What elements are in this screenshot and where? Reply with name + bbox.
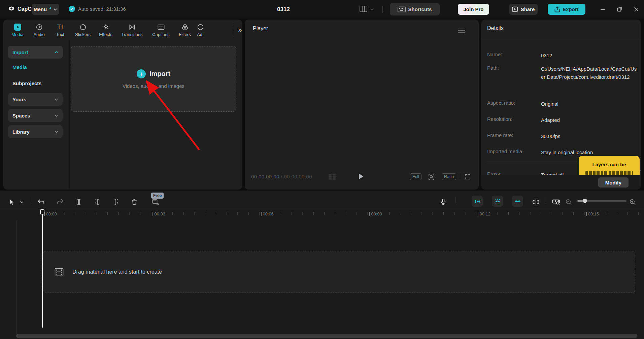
detail-value: Original bbox=[541, 100, 637, 108]
tab-filters[interactable]: Filters bbox=[174, 23, 195, 37]
preview-zoom-icon[interactable] bbox=[428, 173, 435, 181]
join-pro-button[interactable]: Join Pro bbox=[458, 4, 489, 15]
sidebar-item-label: Yours bbox=[12, 97, 26, 102]
timeline-area: 00:00 00:03 00:06 00:09 00:12 00:15 Drag… bbox=[0, 208, 644, 339]
sidebar-item-media[interactable]: Media bbox=[8, 62, 63, 72]
modify-button[interactable]: Modify bbox=[598, 177, 629, 188]
detail-value: C:/Users/NEHA/AppData/Local/CapCut/User … bbox=[541, 65, 637, 81]
tabbar-divider bbox=[233, 24, 233, 36]
player-title: Player bbox=[253, 26, 268, 32]
plus-icon: + bbox=[137, 69, 146, 78]
zoom-out-icon[interactable] bbox=[565, 198, 572, 206]
shortcuts-label: Shortcuts bbox=[408, 6, 432, 12]
preview-axis-toggle[interactable] bbox=[531, 198, 541, 206]
split-button[interactable] bbox=[75, 198, 83, 206]
tab-label: Transitions bbox=[121, 32, 142, 37]
playhead-handle[interactable] bbox=[40, 209, 44, 214]
media-tab-bar: Media Audio TI Text Stickers bbox=[3, 20, 242, 40]
details-title: Details bbox=[487, 25, 504, 31]
detail-value: Adapted bbox=[541, 116, 637, 124]
sidebar-item-import[interactable]: Import bbox=[8, 46, 63, 59]
play-button[interactable] bbox=[358, 173, 364, 180]
full-button[interactable]: Full bbox=[410, 173, 421, 180]
zoom-slider-handle[interactable] bbox=[583, 199, 587, 203]
link-clips-toggle[interactable] bbox=[512, 196, 523, 207]
close-button[interactable] bbox=[629, 0, 644, 19]
timeline-preview-button[interactable] bbox=[551, 198, 561, 206]
ruler-label: 00:12 bbox=[478, 211, 492, 216]
keyboard-icon bbox=[398, 6, 406, 13]
media-browser-panel: Media Audio TI Text Stickers bbox=[3, 20, 242, 190]
player-menu-button[interactable] bbox=[458, 28, 465, 34]
sidebar-item-label: Spaces bbox=[12, 113, 30, 118]
expand-tabs-button[interactable]: » bbox=[236, 24, 244, 35]
chevron-down-icon bbox=[54, 8, 57, 11]
chevron-down-icon bbox=[55, 98, 58, 101]
chevron-down-icon bbox=[55, 114, 58, 117]
record-voiceover-button[interactable] bbox=[439, 198, 447, 206]
select-tool-button[interactable] bbox=[7, 198, 15, 206]
tab-label: Stickers bbox=[75, 32, 91, 37]
shortcuts-button[interactable]: Shortcuts bbox=[390, 3, 440, 15]
minimize-button[interactable] bbox=[595, 0, 610, 19]
split-delete-right-button[interactable] bbox=[112, 198, 120, 206]
main-track-magnet-toggle[interactable] bbox=[492, 196, 503, 207]
undo-button[interactable] bbox=[37, 198, 45, 206]
player-controls-divider bbox=[460, 174, 460, 180]
menu-button[interactable]: Menu bbox=[32, 4, 59, 15]
timeline-zoom-slider[interactable] bbox=[577, 200, 626, 202]
select-tool-chevron[interactable] bbox=[19, 198, 24, 206]
adjustment-icon bbox=[196, 23, 204, 31]
sidebar-item-library[interactable]: Library bbox=[8, 125, 63, 138]
menu-notification-dot bbox=[49, 7, 51, 9]
layout-switcher[interactable] bbox=[360, 6, 374, 12]
sidebar-item-spaces[interactable]: Spaces bbox=[8, 109, 63, 122]
captions-icon bbox=[157, 23, 165, 31]
tab-audio[interactable]: Audio bbox=[28, 23, 50, 37]
timeline-ruler[interactable] bbox=[42, 212, 644, 215]
timecode: 00:00:00:00 / 00:00:00:00 bbox=[251, 174, 312, 179]
tab-stickers[interactable]: Stickers bbox=[71, 23, 95, 37]
ratio-button[interactable]: Ratio bbox=[442, 173, 456, 180]
share-icon bbox=[512, 6, 518, 12]
timeline-dropzone[interactable]: Drag material here and start to create bbox=[43, 251, 635, 293]
redo-button[interactable] bbox=[56, 198, 64, 206]
share-button[interactable]: Share bbox=[509, 4, 538, 15]
track-header-divider bbox=[16, 221, 17, 335]
frame-grid-icon[interactable] bbox=[329, 174, 336, 180]
auto-remove-gaps-toggle[interactable] bbox=[472, 196, 483, 207]
zoom-in-icon[interactable] bbox=[629, 198, 636, 206]
transitions-icon bbox=[128, 23, 136, 31]
tab-effects[interactable]: Effects bbox=[95, 23, 116, 37]
minimize-icon bbox=[600, 7, 605, 12]
sidebar-item-subprojects[interactable]: Subprojects bbox=[8, 78, 63, 88]
audio-icon bbox=[35, 23, 43, 31]
restore-icon bbox=[617, 7, 622, 12]
fullscreen-icon[interactable] bbox=[464, 173, 471, 180]
horizontal-scrollbar[interactable] bbox=[16, 334, 637, 338]
tooltip-clipped-line bbox=[585, 171, 633, 175]
export-button[interactable]: Export bbox=[548, 4, 585, 15]
playhead-line[interactable] bbox=[42, 209, 43, 328]
tab-media[interactable]: Media bbox=[7, 23, 28, 37]
split-delete-left-button[interactable] bbox=[93, 198, 101, 206]
restore-button[interactable] bbox=[612, 0, 627, 19]
detail-value: 0312 bbox=[541, 52, 637, 60]
tab-captions[interactable]: Captions bbox=[147, 23, 174, 37]
cursor-icon bbox=[8, 199, 15, 206]
tab-adjustment-clipped[interactable]: Ad bbox=[195, 23, 204, 37]
chevron-down-icon bbox=[370, 8, 374, 10]
import-card-subtitle: Videos, audios, and images bbox=[123, 83, 184, 89]
dropzone-text: Drag material here and start to create bbox=[72, 269, 162, 275]
delete-text-button[interactable] bbox=[151, 198, 160, 206]
delete-button[interactable] bbox=[130, 198, 138, 206]
tab-label: Captions bbox=[152, 32, 169, 37]
tab-label: Filters bbox=[179, 32, 191, 37]
tab-transitions[interactable]: Transitions bbox=[116, 23, 147, 37]
tab-text[interactable]: TI Text bbox=[50, 23, 71, 37]
sidebar-item-yours[interactable]: Yours bbox=[8, 93, 63, 106]
ruler-label: 00:06 bbox=[261, 211, 275, 216]
import-dropzone-card[interactable]: + Import Videos, audios, and images bbox=[71, 46, 236, 112]
import-card-title: Import bbox=[149, 70, 170, 78]
ruler-label: 00:09 bbox=[369, 211, 383, 216]
